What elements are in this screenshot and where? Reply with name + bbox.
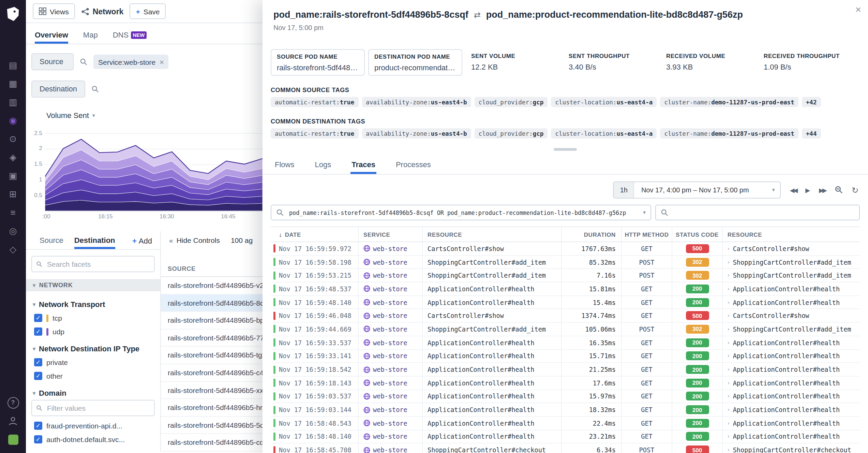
trace-service[interactable]: web-store — [358, 404, 422, 416]
trace-query-input[interactable] — [288, 208, 639, 217]
source-row[interactable]: rails-storefront-5df44896b5-8cs — [161, 294, 263, 312]
aggregation-label[interactable]: 100 ag — [231, 236, 253, 244]
tag-chip[interactable]: availability-zone:us-east4-b — [362, 128, 471, 138]
integrations-icon[interactable]: ◇ — [8, 244, 18, 255]
trace-service[interactable]: web-store — [358, 242, 422, 255]
source-row[interactable]: rails-storefront-5df44896b5-5dl — [161, 417, 263, 434]
sort-desc-icon[interactable]: ↓ — [279, 231, 282, 238]
checkbox-checked-icon[interactable]: ✓ — [34, 314, 42, 322]
trace-row[interactable]: Nov 17 16:58:45.708 web-store ShoppingCa… — [271, 444, 860, 453]
tag-chip[interactable]: cluster-name:demo-11287-us-prod-east — [660, 97, 798, 107]
column-service[interactable]: SERVICE — [358, 227, 422, 242]
trace-resource-link[interactable]: › ApplicationController#health — [722, 390, 860, 403]
trace-resource[interactable]: CartsController#show — [422, 242, 561, 255]
source-row[interactable]: rails-storefront-5df44896b5-hrs — [161, 399, 263, 417]
security-icon[interactable]: ◎ — [8, 226, 18, 237]
trace-resource-link[interactable]: › ApplicationController#health — [722, 417, 860, 429]
trace-service[interactable]: web-store — [358, 323, 422, 335]
facet-search-input[interactable] — [46, 259, 150, 269]
facet-item-private[interactable]: ✓ private — [34, 358, 152, 366]
trace-resource-link[interactable]: › ApplicationController#health — [722, 296, 860, 309]
source-row[interactable]: rails-storefront-5df44896b5-cdf — [161, 434, 263, 452]
fast-forward-button[interactable]: ▶▶ — [819, 187, 826, 193]
checkbox-checked-icon[interactable]: ✓ — [34, 435, 42, 443]
metrics-icon[interactable]: ▥ — [8, 97, 18, 108]
trace-resource[interactable]: ApplicationController#health — [422, 363, 561, 376]
facet-search[interactable] — [31, 256, 155, 272]
checkbox-checked-icon[interactable]: ✓ — [34, 372, 42, 380]
checkbox-checked-icon[interactable]: ✓ — [34, 327, 42, 336]
tab-flows[interactable]: Flows — [273, 156, 296, 174]
tab-dns[interactable]: DNSNEW — [113, 31, 147, 44]
synthetics-icon[interactable]: ▣ — [8, 171, 18, 181]
apm-icon[interactable]: ◉ — [8, 115, 18, 126]
monitors-icon[interactable]: ◈ — [8, 152, 18, 163]
add-button[interactable]: + Add — [132, 237, 152, 249]
trace-row[interactable]: Nov 17 16:59:33.537 web-store Applicatio… — [271, 336, 860, 350]
close-icon[interactable]: × — [855, 3, 861, 15]
infrastructure-icon[interactable]: ▤ — [8, 60, 18, 71]
trace-resource-link[interactable]: › ShoppingCartController#add_item — [722, 323, 860, 335]
facet-section-network[interactable]: ▾ NETWORK — [26, 279, 160, 291]
trace-service[interactable]: web-store — [358, 269, 422, 282]
facet-item-auth-dotnet[interactable]: ✓ auth-dotnet.default.svc... — [34, 435, 152, 443]
source-row[interactable]: rails-storefront-5df44896b5-bp — [161, 312, 263, 329]
trace-service[interactable]: web-store — [358, 350, 422, 362]
hide-controls-button[interactable]: « Hide Controls — [169, 236, 220, 244]
dashboards-icon[interactable]: ⊞ — [8, 189, 18, 200]
tab-map[interactable]: Map — [83, 31, 98, 44]
trace-resource-link[interactable]: › CartsController#show — [722, 309, 860, 322]
secondary-search-input[interactable] — [672, 208, 854, 217]
tag-chip[interactable]: cluster-name:demo-11287-us-prod-east — [660, 128, 798, 138]
trace-resource-link[interactable]: › ShoppingCartController#add_item — [722, 269, 860, 282]
trace-resource-link[interactable]: › ShoppingCartController#checkout — [722, 444, 860, 453]
trace-resource[interactable]: ApplicationController#health — [422, 350, 561, 362]
host-map-icon[interactable]: ▦ — [8, 78, 18, 89]
destination-pod-card[interactable]: DESTINATION POD NAME product-recommendat… — [368, 49, 462, 76]
logs-icon[interactable]: ≡ — [8, 207, 18, 218]
tag-chip[interactable]: cluster-location:us-east4-a — [551, 97, 657, 107]
checkbox-checked-icon[interactable]: ✓ — [34, 358, 42, 366]
tab-destination[interactable]: Destination — [74, 236, 115, 249]
views-button[interactable]: Views — [33, 3, 75, 19]
panel-drag-handle[interactable] — [554, 148, 577, 151]
tab-logs[interactable]: Logs — [313, 156, 332, 174]
tab-traces[interactable]: Traces — [350, 156, 377, 174]
source-filter-chip[interactable]: Service:web-store × — [93, 55, 169, 69]
source-row[interactable]: rails-storefront-5df44896b5-v27 — [161, 277, 263, 294]
source-row[interactable]: rails-storefront-5df44896b5-tgx — [161, 347, 263, 364]
trace-service[interactable]: web-store — [358, 255, 422, 268]
trace-row[interactable]: Nov 17 16:59:59.972 web-store CartsContr… — [271, 242, 860, 255]
trace-resource-link[interactable]: › ApplicationController#health — [722, 363, 860, 376]
facet-item-fraud-prevention[interactable]: ✓ fraud-prevention-api.d... — [34, 422, 152, 430]
trace-resource[interactable]: ApplicationController#health — [422, 417, 561, 429]
trace-resource-link[interactable]: › CartsController#show — [722, 242, 860, 255]
trace-resource[interactable]: CartsController#show — [422, 309, 561, 322]
tab-processes[interactable]: Processes — [394, 156, 432, 174]
trace-row[interactable]: Nov 17 16:59:03.144 web-store Applicatio… — [271, 404, 860, 417]
checkbox-checked-icon[interactable]: ✓ — [34, 422, 42, 430]
source-column-header[interactable]: SOURCE — [161, 265, 263, 277]
tag-chip[interactable]: automatic-restart:true — [271, 128, 358, 138]
trace-service[interactable]: web-store — [358, 377, 422, 389]
trace-resource[interactable]: ApplicationController#health — [422, 404, 561, 416]
trace-resource-link[interactable]: › ApplicationController#health — [722, 377, 860, 389]
trace-resource[interactable]: ApplicationController#health — [422, 430, 561, 443]
more-tags-chip[interactable]: +42 — [802, 97, 821, 107]
source-row[interactable]: rails-storefront-5df44896b5-77z — [161, 330, 263, 347]
tag-chip[interactable]: cloud_provider:gcp — [475, 128, 548, 138]
trace-service[interactable]: web-store — [358, 282, 422, 295]
notebooks-icon[interactable]: ⊙ — [8, 134, 18, 145]
trace-row[interactable]: Nov 17 16:58:48.543 web-store Applicatio… — [271, 417, 860, 430]
trace-resource[interactable]: ApplicationController#health — [422, 282, 561, 295]
trace-resource[interactable]: ShoppingCartController#checkout — [422, 444, 561, 453]
trace-resource-link[interactable]: › ApplicationController#health — [722, 404, 860, 416]
facet-group-dest-ip-type[interactable]: ▾ Network Destination IP Type — [33, 345, 153, 353]
stacked-area-chart[interactable] — [45, 133, 263, 211]
trace-row[interactable]: Nov 17 16:59:46.048 web-store CartsContr… — [271, 309, 860, 323]
column-resource[interactable]: RESOURCE — [422, 227, 561, 242]
facet-item-tcp[interactable]: ✓ tcp — [34, 314, 152, 322]
trace-resource-link[interactable]: › ShoppingCartController#add_item — [722, 255, 860, 268]
refresh-icon[interactable]: ↻ — [852, 186, 858, 194]
trace-row[interactable]: Nov 17 16:59:48.537 web-store Applicatio… — [271, 282, 860, 296]
